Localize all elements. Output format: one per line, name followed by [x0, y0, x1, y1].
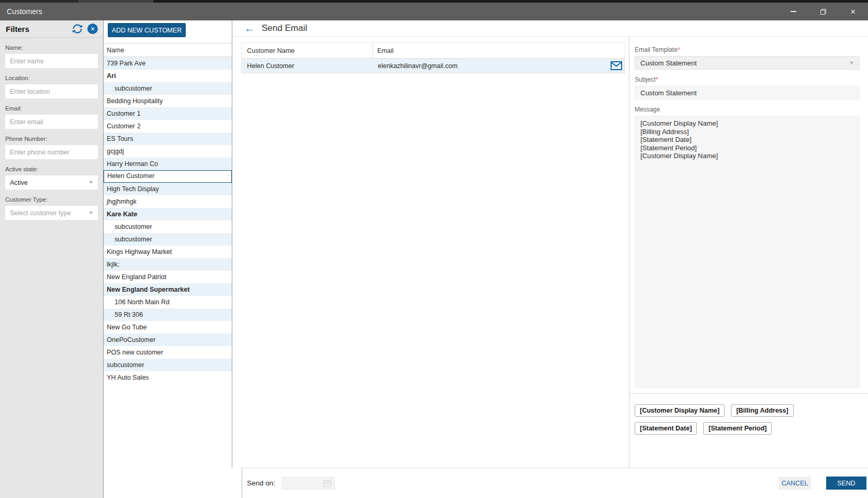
tag-statement-period[interactable]: [Statement Period] [703, 422, 772, 435]
list-column-header: Name [104, 43, 232, 57]
send-button[interactable]: SEND [826, 477, 866, 490]
customer-row[interactable]: subcustomer [104, 359, 232, 371]
clear-filters-button[interactable]: ✕ [87, 24, 98, 34]
customer-row[interactable]: gcjgdj [104, 145, 232, 158]
customer-row[interactable]: New England Supermarket [104, 283, 232, 296]
chevron-down-icon [89, 212, 93, 214]
required-asterisk: * [678, 46, 680, 53]
close-button[interactable]: ✕ [838, 3, 868, 20]
merge-tag-chips: [Customer Display Name] [Billing Address… [635, 404, 860, 435]
customer-row[interactable]: New England Patriot [104, 271, 232, 283]
list-divider [232, 20, 232, 468]
customer-list-panel: ADD NEW CUSTOMER Name 739 Park Ave Ari s… [104, 20, 232, 498]
back-arrow-button[interactable]: ← [244, 23, 255, 34]
send-email-header: ← Send Email [232, 20, 868, 37]
chevron-down-icon [89, 181, 93, 184]
email-envelope-button[interactable] [611, 61, 622, 70]
customer-row[interactable]: Harry Herman Co [104, 158, 232, 170]
filter-label: Email: [5, 105, 98, 112]
tag-billing-address[interactable]: [Billing Address] [731, 404, 794, 417]
page-title: Send Email [262, 23, 307, 34]
top-strip-segment [78, 0, 153, 3]
customer-row[interactable]: Kings Highway Market [104, 246, 232, 258]
send-on-label: Send on: [247, 479, 275, 487]
customer-row-selected[interactable]: Helen Customer [104, 170, 232, 183]
clear-filters-x-icon: ✕ [90, 26, 95, 32]
active-state-value: Active [10, 179, 28, 186]
message-textarea[interactable]: [Customer Display Name] [Billing Address… [635, 116, 860, 388]
window-controls: ✕ [779, 3, 868, 20]
recipient-email-cell: elenkazhilinavr@gmail.com [373, 61, 625, 70]
phone-filter-input[interactable] [5, 145, 98, 159]
top-strip-segment [0, 0, 78, 3]
filter-group-active-state: Active state: Active [5, 166, 98, 190]
filter-group-location: Location: [5, 75, 98, 98]
subject-label: Subject* [635, 76, 868, 84]
filter-label: Name: [5, 45, 98, 51]
filter-group-name: Name: [5, 45, 98, 68]
send-on-date-input[interactable] [281, 477, 335, 490]
window-titlebar: Customers ✕ [0, 3, 868, 20]
customer-row[interactable]: OnePoCustomer [104, 334, 232, 346]
refresh-filters-button[interactable] [72, 24, 83, 34]
filter-label: Location: [5, 75, 98, 81]
customer-row[interactable]: Kare Kate [104, 208, 232, 220]
restore-button[interactable] [808, 3, 838, 20]
recipient-email-value: elenkazhilinavr@gmail.com [378, 62, 457, 70]
customer-row[interactable]: subcustomer [104, 220, 232, 233]
send-email-content: Customer Name Email Helen Customer elenk… [232, 37, 868, 468]
customer-rows: 739 Park Ave Ari subcustomer Bedding Hos… [104, 57, 232, 384]
recipient-name-cell: Helen Customer [242, 62, 373, 70]
customer-row[interactable]: POS new customer [104, 346, 232, 359]
customer-row[interactable]: New Go Tube [104, 321, 232, 334]
envelope-icon [611, 61, 622, 70]
filters-panel: Filters ✕ Name: Location: Email [0, 20, 104, 498]
recipient-table: Customer Name Email Helen Customer elenk… [241, 42, 625, 73]
customer-row[interactable]: ES Tours [104, 132, 232, 145]
add-new-customer-button[interactable]: ADD NEW CUSTOMER [108, 23, 186, 37]
customer-type-placeholder: Select customer type [10, 209, 71, 217]
customer-row[interactable]: subcustomer [104, 82, 232, 95]
filter-group-customer-type: Customer Type: Select customer type [5, 196, 98, 220]
customer-row[interactable]: lkjlk; [104, 258, 232, 271]
customer-row[interactable]: Bedding Hospitality [104, 95, 232, 107]
customer-row[interactable]: Ari [104, 70, 232, 82]
customer-row[interactable]: jhgjhmhgk [104, 195, 232, 208]
cancel-button[interactable]: CANCEL [779, 477, 811, 490]
customer-row[interactable]: Customer 1 [104, 107, 232, 120]
tag-customer-display-name[interactable]: [Customer Display Name] [635, 404, 725, 417]
active-state-select[interactable]: Active [5, 175, 98, 190]
recipient-table-header: Customer Name Email [242, 43, 625, 59]
recipient-row[interactable]: Helen Customer elenkazhilinavr@gmail.com [242, 59, 625, 73]
subject-input[interactable] [635, 86, 860, 99]
customer-row[interactable]: subcustomer [104, 233, 232, 246]
email-form-panel: Email Template* Custom Statement Subject… [629, 37, 868, 468]
filters-header: Filters ✕ [0, 20, 103, 38]
customer-row[interactable]: Customer 2 [104, 120, 232, 132]
email-template-select[interactable]: Custom Statement [635, 56, 860, 70]
column-header-customer-name: Customer Name [242, 43, 373, 58]
send-email-footer: Send on: CANCEL SEND [242, 468, 868, 498]
tag-statement-date[interactable]: [Statement Date] [635, 422, 697, 435]
required-asterisk: * [656, 76, 658, 83]
customer-row[interactable]: 59 Rt 306 [104, 308, 232, 321]
email-filter-input[interactable] [5, 115, 98, 129]
customer-row[interactable]: 739 Park Ave [104, 57, 232, 70]
recipient-table-area: Customer Name Email Helen Customer elenk… [232, 37, 629, 468]
restore-icon [820, 9, 826, 15]
email-template-label-text: Email Template [635, 46, 678, 53]
send-email-panel: ← Send Email Customer Name Email Helen C… [232, 20, 868, 498]
customer-row[interactable]: 106 North Main Rd [104, 296, 232, 308]
chevron-down-icon [850, 62, 854, 64]
filter-label: Customer Type: [5, 196, 98, 203]
filter-group-email: Email: [5, 105, 98, 129]
filters-body: Name: Location: Email: Phone Number: Act… [0, 38, 103, 220]
minimize-button[interactable] [779, 3, 808, 20]
customer-type-select[interactable]: Select customer type [5, 206, 98, 220]
subject-label-text: Subject [635, 76, 656, 83]
location-filter-input[interactable] [5, 84, 98, 98]
column-header-email: Email [373, 47, 625, 54]
customer-row[interactable]: YH Auto Sales [104, 371, 232, 384]
customer-row[interactable]: High Tech Display [104, 183, 232, 195]
name-filter-input[interactable] [5, 54, 98, 68]
